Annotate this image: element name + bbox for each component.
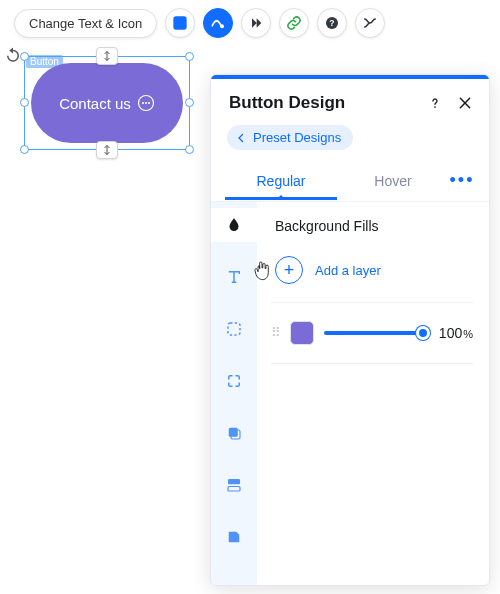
close-icon[interactable] <box>457 95 473 111</box>
tab-more-button[interactable]: ••• <box>449 160 475 201</box>
rail-text[interactable] <box>211 260 257 294</box>
chat-icon <box>137 94 155 112</box>
resize-handle-bl[interactable] <box>20 145 29 154</box>
opacity-slider-thumb[interactable] <box>416 326 430 340</box>
svg-rect-10 <box>228 323 240 335</box>
opacity-value: 100 <box>439 325 462 341</box>
resize-handle-tr[interactable] <box>185 52 194 61</box>
fill-layer-row: ⠿ 100% <box>271 303 473 364</box>
svg-text:?: ? <box>330 18 335 28</box>
svg-rect-1 <box>174 17 179 29</box>
drag-handle-icon[interactable]: ⠿ <box>271 330 280 336</box>
resize-handle-tl[interactable] <box>20 52 29 61</box>
svg-point-6 <box>142 102 144 104</box>
opacity-slider[interactable] <box>324 331 429 335</box>
button-text: Contact us <box>59 95 131 112</box>
svg-point-7 <box>145 102 147 104</box>
panel-title: Button Design <box>229 93 345 113</box>
svg-point-2 <box>220 24 224 28</box>
preset-designs-label: Preset Designs <box>253 130 341 145</box>
rail-spacing[interactable] <box>211 468 257 502</box>
tab-regular[interactable]: Regular <box>225 163 337 199</box>
preset-designs-button[interactable]: Preset Designs <box>227 125 353 150</box>
svg-rect-11 <box>229 428 238 437</box>
rail-other[interactable] <box>211 520 257 554</box>
svg-point-9 <box>434 106 436 108</box>
chevron-left-icon <box>235 132 247 144</box>
add-layer-button[interactable]: + <box>275 256 303 284</box>
layout-button[interactable] <box>165 8 195 38</box>
animations-button[interactable] <box>241 8 271 38</box>
stretch-button[interactable] <box>355 8 385 38</box>
svg-point-8 <box>148 102 150 104</box>
help-button[interactable]: ? <box>317 8 347 38</box>
section-title-fills: Background Fills <box>275 218 473 234</box>
contact-us-button[interactable]: Contact us <box>31 63 183 143</box>
opacity-unit: % <box>463 328 473 340</box>
panel-help-icon[interactable] <box>427 95 443 111</box>
resize-handle-br[interactable] <box>185 145 194 154</box>
design-button[interactable] <box>203 8 233 38</box>
resize-handle-ml[interactable] <box>20 98 29 107</box>
change-text-icon-button[interactable]: Change Text & Icon <box>14 9 157 38</box>
design-category-rail <box>211 202 257 585</box>
svg-rect-13 <box>228 479 240 484</box>
add-layer-label[interactable]: Add a layer <box>315 263 381 278</box>
rail-corners[interactable] <box>211 364 257 398</box>
svg-rect-14 <box>228 487 240 492</box>
resize-handle-mr[interactable] <box>185 98 194 107</box>
rail-border[interactable] <box>211 312 257 346</box>
tab-hover[interactable]: Hover <box>337 163 449 199</box>
button-design-panel: Button Design Preset Designs Regular Hov… <box>210 74 490 586</box>
link-button[interactable] <box>279 8 309 38</box>
selection-box[interactable]: Contact us <box>24 56 190 150</box>
stretch-handle-top[interactable] <box>96 47 118 65</box>
rail-shadow[interactable] <box>211 416 257 450</box>
rail-fill[interactable] <box>211 208 257 242</box>
stretch-handle-bottom[interactable] <box>96 141 118 159</box>
color-swatch[interactable] <box>290 321 314 345</box>
